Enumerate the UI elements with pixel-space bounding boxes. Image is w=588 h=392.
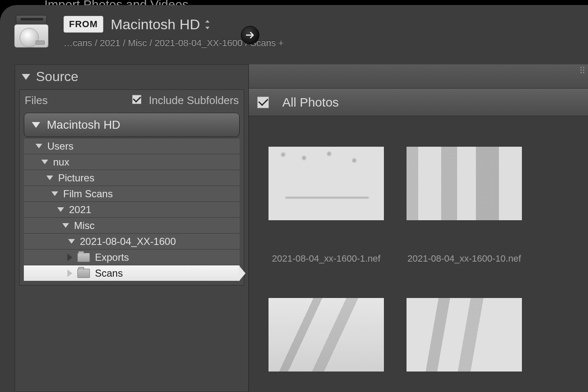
folder-row-2021[interactable]: 2021 bbox=[24, 201, 240, 217]
source-panel: Source Files Include Subfolders Macintos… bbox=[15, 64, 249, 392]
thumbnail-cell[interactable]: 2021-08-04_xx-1600-1.nef bbox=[257, 146, 395, 264]
disclosure-down-icon bbox=[22, 74, 30, 80]
folder-label: 2021 bbox=[69, 204, 91, 216]
checkbox-checked-icon[interactable] bbox=[257, 97, 269, 108]
content-area: All Photos 2021-08-04_xx-1600-1.nef 2021… bbox=[249, 64, 588, 392]
folder-label: Scans bbox=[95, 267, 123, 279]
source-panel-header[interactable]: Source bbox=[15, 65, 248, 89]
all-photos-label: All Photos bbox=[282, 95, 339, 109]
hard-drive-icon bbox=[14, 15, 49, 49]
checkbox-checked-icon bbox=[132, 95, 141, 104]
all-photos-bar[interactable]: All Photos bbox=[249, 89, 588, 116]
content-toolbar bbox=[249, 64, 588, 89]
folder-row-misc[interactable]: Misc bbox=[24, 217, 240, 233]
folder-row-2021-08-04-xx-1600[interactable]: 2021-08-04_XX-1600 bbox=[24, 233, 240, 249]
disclosure-down-icon[interactable] bbox=[57, 207, 64, 212]
folder-label: Users bbox=[47, 140, 74, 152]
main-area: Source Files Include Subfolders Macintos… bbox=[15, 64, 588, 392]
folder-row-pictures[interactable]: Pictures bbox=[24, 170, 240, 186]
folder-label: Exports bbox=[95, 252, 129, 263]
disclosure-right-icon[interactable] bbox=[67, 254, 72, 261]
thumbnail-image bbox=[268, 298, 384, 372]
folder-row-film-scans[interactable]: Film Scans bbox=[24, 186, 240, 201]
thumbnail-filename: 2021-08-04_xx-1600-1.nef bbox=[272, 253, 380, 264]
import-dialog: FROM Macintosh HD …cans / 2021 / Misc / … bbox=[0, 5, 588, 392]
disclosure-down-icon bbox=[32, 122, 40, 128]
thumbnail-cell[interactable] bbox=[257, 298, 395, 372]
folder-icon bbox=[77, 253, 90, 262]
disclosure-down-icon[interactable] bbox=[62, 223, 69, 228]
folder-row-exports[interactable]: Exports bbox=[24, 249, 240, 265]
disclosure-right-icon[interactable] bbox=[67, 270, 72, 277]
disclosure-down-icon[interactable] bbox=[46, 176, 53, 180]
folder-icon bbox=[77, 269, 90, 278]
disclosure-down-icon[interactable] bbox=[41, 160, 48, 164]
thumbnail-image bbox=[406, 146, 522, 221]
thumbnail-filename: 2021-08-04_xx-1600-10.nef bbox=[407, 253, 521, 264]
from-header: FROM Macintosh HD …cans / 2021 / Misc / … bbox=[0, 5, 588, 59]
source-panel-body: Files Include Subfolders Macintosh HD Us… bbox=[19, 89, 244, 285]
folder-label: 2021-08-04_XX-1600 bbox=[80, 236, 176, 247]
thumbnail-image bbox=[406, 298, 522, 372]
volume-row[interactable]: Macintosh HD bbox=[24, 113, 240, 137]
files-row: Files Include Subfolders bbox=[20, 90, 244, 113]
dropdown-caret-icon bbox=[204, 20, 211, 29]
folder-row-users[interactable]: Users bbox=[24, 138, 240, 154]
thumbnail-image bbox=[268, 146, 384, 221]
drag-handle-icon[interactable] bbox=[580, 67, 585, 73]
include-subfolders-toggle[interactable]: Include Subfolders bbox=[132, 94, 239, 107]
folder-label: nux bbox=[53, 156, 69, 168]
folder-tree: UsersnuxPicturesFilm Scans2021Misc2021-0… bbox=[24, 138, 240, 281]
source-drive-dropdown[interactable]: Macintosh HD bbox=[111, 16, 211, 33]
source-panel-title: Source bbox=[36, 69, 78, 84]
folder-label: Film Scans bbox=[63, 188, 113, 200]
thumbnail-cell[interactable] bbox=[533, 298, 588, 372]
folder-row-scans[interactable]: Scans bbox=[24, 265, 240, 281]
files-label: Files bbox=[25, 94, 48, 107]
disclosure-down-icon[interactable] bbox=[36, 144, 42, 148]
from-badge: FROM bbox=[64, 16, 103, 33]
thumbnail-cell[interactable]: 2021-08-04_xx-1600-10.nef bbox=[395, 146, 533, 264]
thumbnail-grid: 2021-08-04_xx-1600-1.nef 2021-08-04_xx-1… bbox=[249, 116, 588, 372]
thumbnail-cell[interactable] bbox=[395, 298, 533, 372]
volume-label: Macintosh HD bbox=[47, 118, 120, 132]
disclosure-down-icon[interactable] bbox=[51, 191, 58, 196]
disclosure-down-icon[interactable] bbox=[68, 239, 75, 244]
arrow-right-icon bbox=[245, 30, 256, 41]
folder-row-nux[interactable]: nux bbox=[24, 154, 240, 170]
folder-label: Pictures bbox=[58, 172, 95, 184]
proceed-arrow-button[interactable] bbox=[241, 26, 259, 44]
thumbnail-cell[interactable]: 2021- bbox=[533, 146, 588, 264]
folder-label: Misc bbox=[74, 220, 95, 232]
